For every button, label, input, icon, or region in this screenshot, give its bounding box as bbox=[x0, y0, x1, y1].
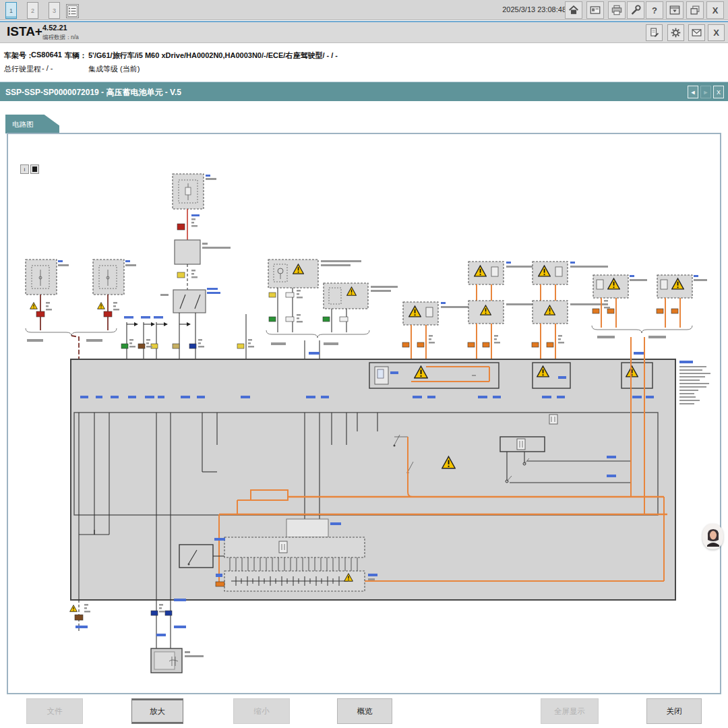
mail-button[interactable] bbox=[688, 24, 705, 41]
mileage-value: - / - bbox=[42, 64, 53, 72]
wrench-icon bbox=[630, 4, 642, 16]
avatar-face-icon bbox=[704, 526, 722, 547]
window-minimize-icon bbox=[669, 4, 681, 16]
help-icon: ? bbox=[652, 5, 657, 16]
zoom-in-button[interactable]: 放大 bbox=[131, 698, 183, 724]
file-button: 文件 bbox=[26, 698, 83, 724]
restore-window-button[interactable] bbox=[686, 1, 704, 19]
vin-label: 车架号： bbox=[4, 51, 34, 61]
zoom-out-button: 缩小 bbox=[233, 698, 290, 724]
operations-button[interactable] bbox=[586, 1, 604, 19]
document-edit-icon bbox=[648, 27, 660, 38]
diagram-info-button[interactable]: i bbox=[20, 164, 29, 174]
legend-square-icon bbox=[32, 166, 37, 172]
integration-level-label: 集成等级 (当前) bbox=[88, 64, 140, 74]
programming-data-label: 编程数据： bbox=[42, 34, 71, 42]
session-tab-2[interactable]: 2 bbox=[27, 2, 38, 19]
top-session-bar: 1 2 3 2025/3/13 23:08:48 bbox=[0, 0, 728, 20]
prev-page-button[interactable]: ◄ bbox=[688, 86, 698, 98]
assistant-avatar[interactable] bbox=[702, 524, 723, 549]
programming-data-value: n/a bbox=[71, 34, 79, 40]
session-list-button[interactable] bbox=[66, 4, 79, 18]
next-icon: ► bbox=[703, 89, 709, 96]
close-icon: X bbox=[713, 28, 719, 38]
close-button[interactable]: 关闭 bbox=[646, 698, 702, 724]
prev-icon: ◄ bbox=[690, 89, 696, 96]
overview-button[interactable]: 概览 bbox=[337, 698, 392, 724]
card-icon bbox=[589, 4, 601, 16]
document-title: SSP-SSP-SP0000072019 - 高压蓄电池单元 - V.5 bbox=[5, 87, 181, 98]
tab-circuit-diagram[interactable]: 电路图 bbox=[5, 115, 59, 133]
vehicle-info-area: 车架号： CS80641 车辆： 5'/G61/旅行车/i5 M60 xDriv… bbox=[0, 44, 728, 82]
settings-button[interactable] bbox=[667, 24, 684, 41]
notes-button[interactable] bbox=[646, 24, 663, 41]
document-title-bar: SSP-SSP-SP0000072019 - 高压蓄电池单元 - V.5 ◄ ►… bbox=[0, 82, 728, 101]
close-app-button[interactable]: X bbox=[708, 24, 725, 41]
home-button[interactable] bbox=[565, 1, 582, 19]
next-page-button: ► bbox=[700, 86, 711, 98]
minimize-button[interactable] bbox=[666, 1, 684, 19]
fullscreen-button: 全屏显示 bbox=[541, 698, 599, 724]
tab-label: 电路图 bbox=[12, 120, 34, 129]
info-icon: i bbox=[24, 166, 26, 173]
app-header-bar: ISTA+ 4.52.21 编程数据： n/a bbox=[0, 21, 728, 43]
help-button[interactable]: ? bbox=[646, 1, 663, 19]
close-window-button[interactable]: X bbox=[706, 1, 724, 19]
app-logo: ISTA+ bbox=[7, 24, 42, 39]
printer-icon bbox=[611, 4, 623, 16]
datetime: 2025/3/13 23:08:48 bbox=[502, 5, 566, 13]
mail-icon bbox=[691, 27, 702, 38]
gear-icon bbox=[670, 27, 681, 38]
circuit-diagram-panel bbox=[7, 133, 721, 694]
vehicle-label: 车辆： bbox=[65, 51, 87, 61]
app-version: 4.52.21 bbox=[42, 24, 67, 32]
mileage-label: 总行驶里程 bbox=[4, 64, 41, 74]
footer-toolbar: 文件 放大 缩小 概览 全屏显示 关闭 bbox=[0, 696, 728, 728]
list-icon bbox=[67, 5, 78, 17]
ista-application-window: 1 2 3 2025/3/13 23:08:48 bbox=[0, 0, 728, 728]
vehicle-value: 5'/G61/旅行车/i5 M60 xDrive/HA0002N0,HA0003… bbox=[88, 51, 338, 61]
close-document-button[interactable]: X bbox=[713, 86, 724, 98]
close-icon: X bbox=[712, 5, 719, 16]
session-tab-3[interactable]: 3 bbox=[49, 2, 60, 19]
tools-button[interactable] bbox=[627, 1, 644, 19]
vin-value: CS80641 bbox=[31, 51, 62, 59]
close-icon: X bbox=[717, 89, 721, 96]
print-button[interactable] bbox=[608, 1, 626, 19]
home-icon bbox=[568, 4, 580, 16]
window-restore-icon bbox=[689, 4, 701, 16]
session-tab-1[interactable]: 1 bbox=[5, 2, 17, 19]
diagram-legend-toggle-button[interactable] bbox=[30, 164, 39, 174]
